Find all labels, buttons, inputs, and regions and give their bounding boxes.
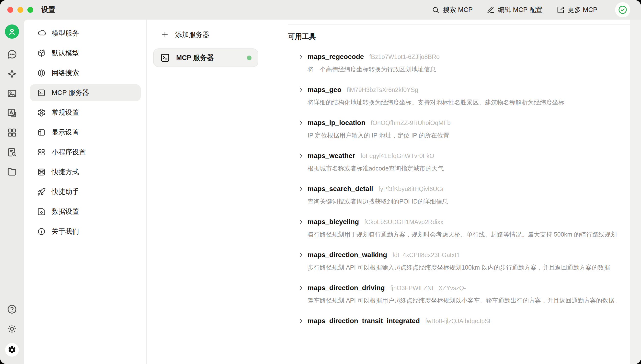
available-tools-header: 可用工具	[288, 32, 641, 42]
sidebar-item-about-us[interactable]: 关于我们	[30, 223, 141, 240]
sidebar-item-web-search[interactable]: 网络搜索	[30, 64, 141, 81]
person-icon	[8, 27, 16, 36]
rail-item-files[interactable]	[6, 162, 17, 182]
add-server-button[interactable]: 添加服务器	[153, 28, 258, 41]
sidebar-item-display-settings[interactable]: 显示设置	[30, 124, 141, 141]
chevron-right-icon[interactable]	[297, 284, 304, 292]
tool-row-header[interactable]: maps_bicycling fCkoLbSUDGH1MAvp2Rdixx	[297, 218, 641, 226]
gear-icon	[37, 108, 46, 117]
tools-list: maps_regeocode fBz1o7W1ot1-6ZJijo8BRo 将一…	[288, 53, 641, 325]
chevron-right-icon[interactable]	[297, 53, 304, 60]
search-icon	[432, 6, 440, 14]
tool-row-header[interactable]: maps_ip_location fOnOQfhmZZ-9RUhoiOqMFb	[297, 119, 641, 127]
command-icon	[37, 168, 46, 176]
tool-row-header[interactable]: maps_weather foFegyl41EfqGnWTvr0FkO	[297, 152, 641, 160]
chevron-right-icon[interactable]	[297, 185, 304, 192]
tool-row-header[interactable]: maps_geo fiM79H3bzTsXr6n2kf0YSg	[297, 86, 641, 94]
tool-row-header[interactable]: maps_direction_transit_integrated fwBo0-…	[297, 317, 641, 325]
tool-name: maps_weather	[308, 152, 355, 160]
tool-description: 查询关键词搜或者周边搜获取到的POI ID的详细信息	[308, 196, 623, 206]
minimize-window-button[interactable]	[17, 7, 23, 13]
rail-item-chat[interactable]	[6, 44, 17, 64]
close-window-button[interactable]	[7, 7, 13, 13]
sidebar-item-mcp-servers[interactable]: MCP 服务器	[30, 84, 141, 101]
sidebar-item-shortcuts[interactable]: 快捷方式	[30, 164, 141, 180]
sidebar-item-default-models[interactable]: 默认模型	[30, 45, 141, 62]
help-icon	[6, 304, 17, 314]
translate-icon	[6, 108, 17, 118]
tool-row: maps_geo fiM79H3bzTsXr6n2kf0YSg 将详细的结构化地…	[288, 86, 641, 108]
check-circle-icon	[618, 5, 628, 15]
traffic-lights	[7, 7, 33, 13]
chevron-right-icon[interactable]	[297, 86, 304, 94]
document-search-icon	[6, 147, 17, 158]
more-mcp-button[interactable]: 更多 MCP	[557, 6, 598, 14]
sidebar-item-general-settings[interactable]: 常规设置	[30, 104, 141, 121]
tool-id: fBz1o7W1ot1-6ZJijo8BRo	[369, 53, 440, 60]
chevron-right-icon[interactable]	[297, 317, 304, 324]
sidebar-item-miniprogram-settings[interactable]: 小程序设置	[30, 144, 141, 160]
tool-description: IP 定位根据用户输入的 IP 地址，定位 IP 的所在位置	[308, 130, 623, 140]
tool-id: fiM79H3bzTsXr6n2kf0YSg	[347, 86, 418, 94]
user-avatar[interactable]	[5, 24, 19, 39]
rail-item-theme-toggle[interactable]	[6, 319, 17, 338]
tool-id: foFegyl41EfqGnWTvr0FkO	[360, 152, 434, 160]
chevron-right-icon[interactable]	[297, 152, 304, 160]
tool-row-header[interactable]: maps_regeocode fBz1o7W1ot1-6ZJijo8BRo	[297, 53, 641, 61]
tool-row: maps_weather foFegyl41EfqGnWTvr0FkO 根据城市…	[288, 152, 641, 174]
chevron-right-icon[interactable]	[297, 251, 304, 258]
tool-row-header[interactable]: maps_direction_walking fdt_4xCPII8ex23EG…	[297, 251, 641, 259]
search-mcp-button[interactable]: 搜索 MCP	[432, 6, 473, 14]
sidebar-item-label: 网络搜索	[52, 68, 79, 78]
terminal-icon	[160, 52, 170, 63]
tool-description: 根据城市名称或者标准adcode查询指定城市的天气	[308, 163, 623, 174]
tool-name: maps_bicycling	[308, 218, 359, 226]
app-rail	[0, 20, 24, 364]
tool-row-header[interactable]: maps_search_detail fyPf3fKbyu8itHQivl6UG…	[297, 185, 641, 193]
theme-sun-icon	[6, 324, 17, 334]
mcp-status-check-button[interactable]	[615, 2, 630, 17]
scrollbar[interactable]	[630, 20, 641, 364]
tool-row: maps_direction_walking fdt_4xCPII8ex23EG…	[288, 251, 641, 272]
server-list-column: 添加服务器 MCP 服务器	[147, 20, 269, 364]
tool-row-header[interactable]: maps_direction_driving fjnO3FPWILZNL_XZY…	[297, 284, 641, 292]
rail-item-knowledge[interactable]	[6, 142, 17, 162]
rail-item-help[interactable]	[6, 300, 17, 319]
rail-item-assistant[interactable]	[6, 64, 17, 84]
chevron-right-icon[interactable]	[297, 218, 304, 226]
tool-row: maps_ip_location fOnOQfhmZZ-9RUhoiOqMFb …	[288, 119, 641, 140]
zoom-window-button[interactable]	[28, 7, 33, 13]
rail-item-settings-active[interactable]	[5, 343, 19, 357]
globe-icon	[37, 69, 46, 77]
sidebar-item-label: 默认模型	[52, 48, 79, 58]
sidebar-item-data-settings[interactable]: 数据设置	[30, 203, 141, 220]
settings-gear-icon	[8, 346, 16, 354]
rail-item-images[interactable]	[6, 84, 17, 103]
chevron-right-icon[interactable]	[297, 119, 304, 126]
edit-icon	[487, 6, 494, 14]
tool-row: maps_search_detail fyPf3fKbyu8itHQivl6UG…	[288, 185, 641, 206]
sidebar-item-label: 模型服务	[52, 28, 79, 38]
tool-name: maps_direction_driving	[308, 284, 385, 292]
tool-id: fwBo0-ijlzQJAibdgeJpSL	[425, 318, 492, 324]
edit-mcp-config-button[interactable]: 编辑 MCP 配置	[487, 6, 543, 14]
info-icon	[37, 227, 46, 236]
sidebar-item-quick-assistant[interactable]: 快捷助手	[30, 184, 141, 200]
settings-window: 设置 搜索 MCP 编辑 MCP 配置 更多 MCP	[0, 0, 641, 364]
tool-row: maps_direction_transit_integrated fwBo0-…	[288, 317, 641, 325]
tool-id: fdt_4xCPII8ex23EGatxt1	[392, 252, 460, 258]
rail-item-translate[interactable]	[6, 103, 17, 123]
search-mcp-label: 搜索 MCP	[443, 6, 473, 14]
server-card-mcp[interactable]: MCP 服务器	[153, 48, 258, 67]
tool-row: maps_direction_driving fjnO3FPWILZNL_XZY…	[288, 284, 641, 306]
tool-description: 步行路径规划 API 可以根据输入起点终点经纬度坐标规划100km 以内的步行通…	[308, 262, 623, 272]
tool-description: 驾车路径规划 API 可以根据用户起终点经纬度坐标规划以小客车、轿车通勤出行的方…	[308, 295, 623, 306]
sidebar-item-model-services[interactable]: 模型服务	[30, 25, 141, 42]
tool-description: 将详细的结构化地址转换为经纬度坐标。支持对地标性名胜景区、建筑物名称解析为经纬度…	[308, 97, 623, 108]
window-title: 设置	[41, 5, 55, 15]
tool-name: maps_regeocode	[308, 53, 364, 61]
edit-mcp-config-label: 编辑 MCP 配置	[498, 6, 543, 14]
rail-item-miniapps[interactable]	[6, 123, 17, 142]
sidebar-item-label: 快捷助手	[52, 187, 79, 196]
layout-icon	[37, 128, 46, 137]
